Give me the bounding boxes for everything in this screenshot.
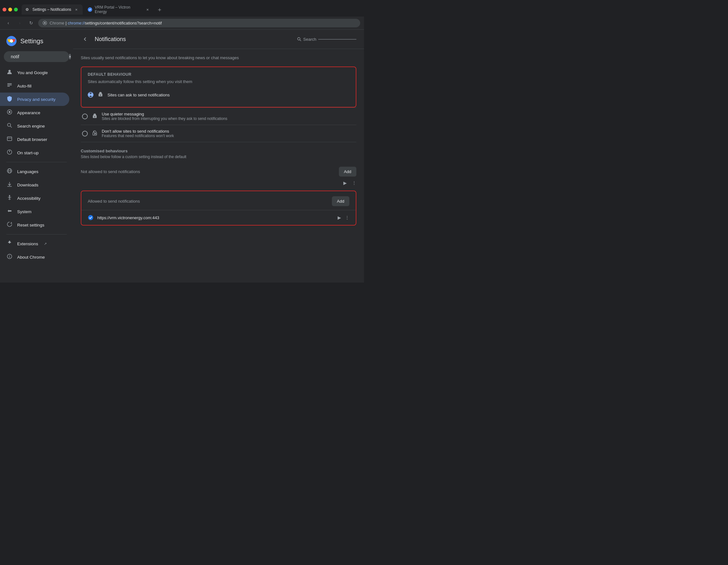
sidebar-item-languages[interactable]: Languages xyxy=(0,165,69,178)
sidebar-item-label: Search engine xyxy=(17,124,45,128)
content-search-label: Search xyxy=(303,37,316,42)
not-allowed-more-icon[interactable]: ⋮ xyxy=(352,180,356,185)
settings-tab-close[interactable]: ✕ xyxy=(74,7,79,12)
vrm-tab[interactable]: VRM Portal – Victron Energy ✕ xyxy=(84,3,154,17)
address-separator: | xyxy=(65,21,68,25)
sidebar-item-privacy-security[interactable]: Privacy and security xyxy=(0,93,69,106)
sidebar-item-about-chrome[interactable]: About Chrome xyxy=(0,250,69,264)
sidebar-title: Settings xyxy=(20,38,43,45)
svg-rect-9 xyxy=(7,83,12,84)
sidebar-item-appearance[interactable]: Appearance xyxy=(0,106,69,119)
radio-option-ask[interactable]: Sites can ask to send notifications xyxy=(88,88,349,102)
not-allowed-row: Not allowed to send notifications Add xyxy=(81,164,356,179)
content-search[interactable]: Search xyxy=(297,37,356,42)
vrm-tab-close[interactable]: ✕ xyxy=(145,7,150,12)
radio-btn-quieter[interactable] xyxy=(82,114,88,119)
address-path-settings: settings xyxy=(85,21,99,25)
not-allowed-expand-icon[interactable]: ▶ xyxy=(343,180,347,185)
radio-ask-icon xyxy=(98,92,103,98)
site-more-icon[interactable]: ⋮ xyxy=(345,215,349,220)
default-behaviour-desc: Sites automatically follow this setting … xyxy=(88,79,349,84)
sidebar-item-label: Languages xyxy=(17,169,38,174)
maximize-traffic-light[interactable] xyxy=(14,8,18,11)
radio-option-block[interactable]: Don't allow sites to send notifications … xyxy=(81,125,356,142)
sidebar-item-downloads[interactable]: Downloads xyxy=(0,178,69,191)
settings-tab-label: Settings – Notifications xyxy=(32,7,71,12)
content-header: Notifications Search xyxy=(73,30,364,49)
intro-text: Sites usually send notifications to let … xyxy=(81,55,356,60)
radio-option-quieter[interactable]: Use quieter messaging Sites are blocked … xyxy=(81,108,356,125)
accessibility-icon xyxy=(6,195,13,202)
languages-icon xyxy=(6,168,13,175)
main-content: Notifications Search Sites usually send … xyxy=(73,30,364,282)
radio-btn-block[interactable] xyxy=(82,131,88,136)
svg-point-33 xyxy=(298,38,300,40)
sidebar-divider-1 xyxy=(6,162,67,162)
on-startup-icon xyxy=(6,149,13,156)
radio-btn-ask[interactable] xyxy=(88,92,93,98)
svg-point-31 xyxy=(9,255,10,256)
privacy-security-icon xyxy=(6,96,13,103)
radio-block-sublabel: Features that need notifications won't w… xyxy=(102,134,174,138)
vrm-tab-icon xyxy=(88,7,92,12)
sidebar-item-accessibility[interactable]: Accessibility xyxy=(0,191,69,205)
site-favicon xyxy=(88,215,93,220)
settings-tab-icon: ⚙ xyxy=(25,7,30,12)
sidebar-search-bar[interactable]: × xyxy=(4,51,69,62)
autofill-icon xyxy=(6,82,13,89)
search-clear-button[interactable]: × xyxy=(69,54,71,59)
sidebar-item-autofill[interactable]: Auto-fill xyxy=(0,79,69,93)
sidebar-nav: You and Google Auto-fill Privacy and sec… xyxy=(0,66,73,282)
back-button[interactable] xyxy=(81,35,90,44)
settings-tab[interactable]: ⚙ Settings – Notifications ✕ xyxy=(22,4,83,15)
svg-line-34 xyxy=(300,40,301,41)
reload-button[interactable]: ↻ xyxy=(27,18,36,27)
sidebar-item-label: Extensions xyxy=(17,241,38,246)
svg-rect-11 xyxy=(7,86,10,86)
sidebar-item-extensions[interactable]: Extensions ↗ xyxy=(0,237,69,250)
close-traffic-light[interactable] xyxy=(3,8,6,11)
sidebar-item-label: Default browser xyxy=(17,137,47,142)
sidebar-item-system[interactable]: System xyxy=(0,205,69,218)
svg-line-15 xyxy=(10,126,12,127)
not-allowed-text: Not allowed to send notifications xyxy=(81,169,140,174)
allowed-add-button[interactable]: Add xyxy=(332,196,349,206)
customised-section: Customised behaviours Sites listed below… xyxy=(81,142,356,232)
site-row[interactable]: https://vrm.victronenergy.com:443 ▶ ⋮ xyxy=(81,210,356,225)
downloads-icon xyxy=(6,181,13,188)
reset-settings-icon xyxy=(6,221,13,228)
default-behaviour-label: Default behaviour xyxy=(88,72,349,77)
svg-rect-10 xyxy=(7,85,12,85)
sidebar-item-label: You and Google xyxy=(17,70,48,75)
sidebar-item-reset-settings[interactable]: Reset settings xyxy=(0,218,69,231)
not-allowed-expand-row: ▶ ⋮ xyxy=(81,179,356,188)
not-allowed-add-button[interactable]: Add xyxy=(339,167,356,176)
new-tab-button[interactable]: ＋ xyxy=(155,5,164,14)
site-expand-icon[interactable]: ▶ xyxy=(338,215,341,220)
sidebar-item-on-startup[interactable]: On start-up xyxy=(0,146,69,159)
radio-quieter-text: Use quieter messaging Sites are blocked … xyxy=(102,112,227,121)
browser-chrome: ⚙ Settings – Notifications ✕ VRM Portal … xyxy=(0,0,364,30)
sidebar-item-label: About Chrome xyxy=(17,255,45,259)
minimize-traffic-light[interactable] xyxy=(8,8,12,11)
search-engine-icon xyxy=(6,122,13,129)
address-scheme-part: chrome:// xyxy=(68,21,85,25)
content-title: Notifications xyxy=(95,36,126,43)
site-url: https://vrm.victronenergy.com:443 xyxy=(97,215,334,220)
forward-nav-button[interactable]: › xyxy=(15,18,24,27)
svg-rect-2 xyxy=(44,23,46,24)
address-bar[interactable]: Chrome | chrome://settings/content/notif… xyxy=(38,19,360,27)
default-behaviour-box: Default behaviour Sites automatically fo… xyxy=(81,66,356,107)
tab-bar: ⚙ Settings – Notifications ✕ VRM Portal … xyxy=(0,0,364,17)
sidebar-item-label: Downloads xyxy=(17,182,38,187)
sidebar-item-default-browser[interactable]: Default browser xyxy=(0,133,69,146)
sidebar-item-search-engine[interactable]: Search engine xyxy=(0,119,69,133)
sidebar: Settings × You and Google A xyxy=(0,30,73,282)
radio-block-text: Don't allow sites to send notifications … xyxy=(102,129,174,138)
sidebar-search-input[interactable] xyxy=(11,54,66,59)
lock-icon xyxy=(43,21,47,25)
sidebar-item-you-google[interactable]: You and Google xyxy=(0,66,69,79)
about-chrome-icon xyxy=(6,253,13,260)
back-nav-button[interactable]: ‹ xyxy=(4,18,13,27)
radio-block-icon xyxy=(92,130,97,137)
